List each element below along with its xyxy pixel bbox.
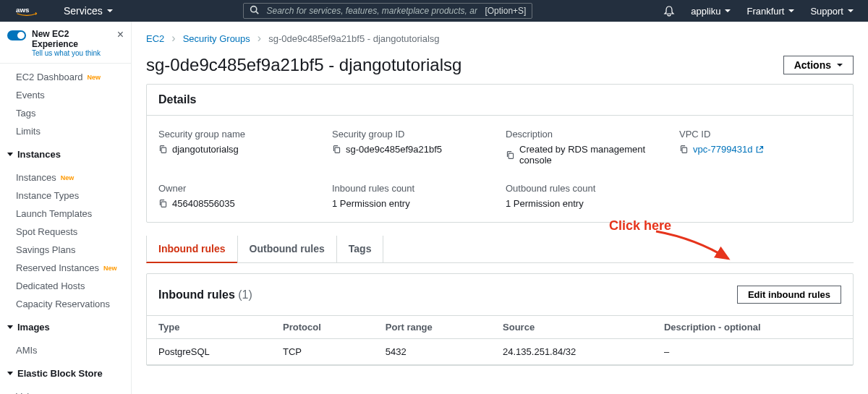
sidebar-section-ebs[interactable]: Elastic Block Store	[0, 364, 131, 383]
svg-rect-7	[161, 202, 166, 207]
detail-field-description: Description Created by RDS management co…	[506, 129, 668, 166]
notifications-button[interactable]	[663, 5, 675, 17]
detail-field-inbound-count: Inbound rules count 1 Permission entry	[332, 183, 494, 209]
feedback-link[interactable]: Tell us what you think	[32, 49, 111, 57]
global-search[interactable]: [Option+S]	[243, 3, 532, 19]
sidebar-item[interactable]: AMIs	[0, 341, 131, 359]
tab-inbound-rules[interactable]: Inbound rules	[146, 236, 237, 263]
col-description: Description - optional	[652, 316, 853, 339]
caret-down-icon	[848, 9, 854, 12]
support-menu[interactable]: Support	[810, 6, 854, 17]
svg-point-1	[251, 7, 257, 12]
external-link-icon	[755, 145, 764, 154]
detail-field-owner: Owner 456408556035	[158, 183, 320, 209]
detail-value: 456408556035	[172, 198, 235, 209]
caret-down-icon	[725, 9, 731, 12]
main-content: EC2 › Security Groups › sg-0de9c485ef9a2…	[132, 22, 868, 394]
sidebar-item[interactable]: Spot Requests	[0, 223, 131, 241]
services-menu[interactable]: Services	[64, 5, 113, 17]
chevron-right-icon: ›	[258, 32, 261, 45]
detail-label: Owner	[158, 183, 320, 194]
sidebar-item[interactable]: Capacity Reservations	[0, 295, 131, 313]
account-menu[interactable]: appliku	[691, 6, 731, 17]
experience-toggle[interactable]	[7, 30, 26, 40]
aws-logo[interactable]: aws	[14, 4, 39, 17]
actions-button[interactable]: Actions	[783, 56, 854, 74]
close-icon[interactable]: ×	[117, 29, 124, 40]
detail-label: Security group ID	[332, 129, 494, 140]
detail-label: VPC ID	[679, 129, 841, 140]
sidebar-item[interactable]: Limits	[0, 122, 131, 140]
sidebar-section-images[interactable]: Images	[0, 317, 131, 337]
details-panel: Details Security group name djangotutori…	[146, 84, 854, 223]
cell-source: 24.135.251.84/32	[491, 339, 652, 365]
sidebar-item[interactable]: Dedicated Hosts	[0, 277, 131, 295]
sidebar-item[interactable]: InstancesNew	[0, 168, 131, 187]
detail-field-name: Security group name djangotutorialsg	[158, 129, 320, 166]
sidebar-item-label: Reserved Instances	[16, 262, 99, 273]
new-badge: New	[103, 265, 117, 272]
svg-rect-5	[509, 153, 514, 158]
sidebar-item-label: Instances	[16, 172, 56, 183]
sidebar-item-label: Spot Requests	[16, 226, 77, 237]
detail-value: Created by RDS management console	[519, 144, 668, 166]
breadcrumb-ec2[interactable]: EC2	[146, 33, 164, 44]
breadcrumb-security-groups[interactable]: Security Groups	[183, 33, 250, 44]
col-type: Type	[147, 316, 271, 339]
search-input[interactable]	[266, 6, 477, 16]
svg-rect-4	[335, 147, 340, 153]
chevron-down-icon	[7, 325, 13, 329]
sidebar-item[interactable]: Events	[0, 86, 131, 104]
copy-icon[interactable]	[679, 145, 689, 154]
sidebar-item-label: Savings Plans	[16, 244, 75, 255]
sidebar-item[interactable]: Tags	[0, 104, 131, 122]
caret-down-icon	[837, 64, 843, 67]
detail-label: Outbound rules count	[506, 183, 668, 194]
detail-label: Inbound rules count	[332, 183, 494, 194]
sidebar-item[interactable]: Reserved InstancesNew	[0, 259, 131, 277]
sidebar-item[interactable]: Launch Templates	[0, 205, 131, 223]
account-label: appliku	[691, 6, 720, 17]
detail-field-outbound-count: Outbound rules count 1 Permission entry	[506, 183, 668, 209]
actions-label: Actions	[794, 59, 831, 71]
new-exp-title: New EC2 Experience	[32, 29, 111, 49]
table-row: PostgreSQLTCP543224.135.251.84/32–	[147, 339, 853, 365]
copy-icon[interactable]	[158, 199, 168, 208]
caret-down-icon	[788, 9, 794, 12]
cell-protocol: TCP	[271, 339, 374, 365]
col-protocol: Protocol	[271, 316, 374, 339]
sidebar: New EC2 Experience Tell us what you thin…	[0, 22, 132, 394]
detail-label: Security group name	[158, 129, 320, 140]
sidebar-item-label: Volumes	[16, 391, 52, 394]
tab-outbound-rules[interactable]: Outbound rules	[237, 236, 336, 262]
sidebar-section-instances[interactable]: Instances	[0, 145, 131, 164]
vpc-link[interactable]: vpc-7799431d	[693, 144, 764, 155]
copy-icon[interactable]	[158, 145, 168, 154]
svg-line-2	[256, 12, 258, 14]
sidebar-item[interactable]: Instance Types	[0, 187, 131, 205]
edit-inbound-rules-button[interactable]: Edit inbound rules	[737, 286, 841, 304]
breadcrumb: EC2 › Security Groups › sg-0de9c485ef9a2…	[146, 32, 854, 45]
vpc-value: vpc-7799431d	[693, 144, 752, 155]
detail-field-id: Security group ID sg-0de9c485ef9a21bf5	[332, 129, 494, 166]
sidebar-item-label: EC2 Dashboard	[16, 72, 83, 82]
new-badge: New	[61, 174, 75, 181]
copy-icon[interactable]	[506, 150, 515, 160]
col-source: Source	[491, 316, 652, 339]
caret-down-icon	[107, 9, 113, 12]
sidebar-item[interactable]: Savings Plans	[0, 241, 131, 259]
sidebar-item[interactable]: EC2 DashboardNew	[0, 68, 131, 86]
cell-port: 5432	[374, 339, 491, 365]
detail-label: Description	[506, 129, 668, 140]
copy-icon[interactable]	[332, 145, 341, 154]
sidebar-item-label: Launch Templates	[16, 208, 92, 219]
sidebar-item-label: Capacity Reservations	[16, 299, 110, 309]
detail-value: 1 Permission entry	[332, 198, 494, 209]
tab-tags[interactable]: Tags	[336, 236, 384, 262]
search-icon	[250, 5, 259, 17]
svg-text:aws: aws	[16, 6, 30, 14]
detail-value: 1 Permission entry	[506, 198, 668, 209]
new-experience-banner: New EC2 Experience Tell us what you thin…	[0, 22, 131, 64]
sidebar-item[interactable]: Volumes	[0, 387, 131, 394]
region-menu[interactable]: Frankfurt	[746, 6, 794, 17]
